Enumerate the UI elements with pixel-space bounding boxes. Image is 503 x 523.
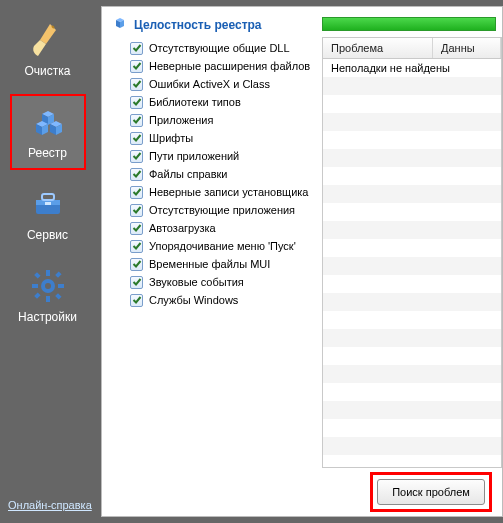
sidebar: Очистка Реестр Сервис	[0, 0, 95, 523]
svg-rect-16	[32, 284, 38, 288]
nav-label: Сервис	[27, 228, 68, 242]
svg-rect-21	[34, 292, 40, 298]
registry-cubes-icon	[28, 102, 68, 142]
scan-button[interactable]: Поиск проблем	[377, 479, 485, 505]
svg-rect-14	[46, 270, 50, 276]
checklist-item[interactable]: Отсутствующие приложения	[130, 201, 316, 219]
nav-item-settings[interactable]: Настройки	[10, 258, 86, 334]
checkbox-icon[interactable]	[130, 132, 143, 145]
checklist-item[interactable]: Отсутствующие общие DLL	[130, 39, 316, 57]
checklist-item[interactable]: Приложения	[130, 111, 316, 129]
checklist-label: Временные файлы MUI	[149, 258, 270, 270]
checklist-item[interactable]: Шрифты	[130, 129, 316, 147]
main-panel: Целостность реестра Отсутствующие общие …	[101, 6, 503, 517]
nav-label: Реестр	[28, 146, 67, 160]
checklist-label: Звуковые события	[149, 276, 244, 288]
checkbox-icon[interactable]	[130, 186, 143, 199]
svg-rect-18	[34, 272, 40, 278]
broom-icon	[28, 20, 68, 60]
progress-bar	[322, 17, 496, 31]
checkbox-icon[interactable]	[130, 204, 143, 217]
col-data[interactable]: Данны	[433, 38, 501, 58]
checklist-item[interactable]: Звуковые события	[130, 273, 316, 291]
checkbox-icon[interactable]	[130, 78, 143, 91]
section-icon	[112, 17, 128, 33]
checklist-label: Неверные расширения файлов	[149, 60, 310, 72]
checkbox-icon[interactable]	[130, 168, 143, 181]
checklist-item[interactable]: Ошибки ActiveX и Class	[130, 75, 316, 93]
checklist-label: Пути приложений	[149, 150, 239, 162]
nav-label: Настройки	[18, 310, 77, 324]
nav-label: Очистка	[25, 64, 71, 78]
svg-point-22	[45, 283, 51, 289]
checklist-label: Ошибки ActiveX и Class	[149, 78, 270, 90]
svg-rect-17	[58, 284, 64, 288]
toolbox-icon	[28, 184, 68, 224]
checklist-label: Шрифты	[149, 132, 193, 144]
checklist-label: Приложения	[149, 114, 213, 126]
checkbox-icon[interactable]	[130, 114, 143, 127]
checklist: Отсутствующие общие DLLНеверные расширен…	[130, 39, 316, 309]
checklist-label: Неверные записи установщика	[149, 186, 308, 198]
svg-rect-19	[55, 293, 61, 299]
checklist-item[interactable]: Автозагрузка	[130, 219, 316, 237]
table-row[interactable]: Неполадки не найдены	[323, 59, 501, 77]
checklist-item[interactable]: Временные файлы MUI	[130, 255, 316, 273]
checklist-item[interactable]: Неверные расширения файлов	[130, 57, 316, 75]
svg-rect-20	[55, 271, 61, 277]
checkbox-icon[interactable]	[130, 150, 143, 163]
results-body: Неполадки не найдены	[323, 59, 501, 467]
checklist-label: Библиотеки типов	[149, 96, 241, 108]
results-table: Проблема Данны Неполадки не найдены	[322, 37, 502, 468]
checkbox-icon[interactable]	[130, 42, 143, 55]
checklist-item[interactable]: Файлы справки	[130, 165, 316, 183]
svg-rect-11	[42, 194, 54, 200]
checklist-item[interactable]: Службы Windows	[130, 291, 316, 309]
svg-rect-15	[46, 296, 50, 302]
nav-item-tools[interactable]: Сервис	[10, 176, 86, 252]
svg-rect-12	[45, 202, 51, 205]
online-help-link[interactable]: Онлайн-справка	[8, 499, 92, 511]
checklist-label: Упорядочивание меню 'Пуск'	[149, 240, 296, 252]
checkbox-icon[interactable]	[130, 222, 143, 235]
checkbox-icon[interactable]	[130, 276, 143, 289]
highlight-box: Поиск проблем	[370, 472, 492, 512]
cell-problem: Неполадки не найдены	[323, 62, 458, 74]
checklist-label: Отсутствующие приложения	[149, 204, 295, 216]
checklist-item[interactable]: Неверные записи установщика	[130, 183, 316, 201]
checklist-item[interactable]: Библиотеки типов	[130, 93, 316, 111]
footer: Поиск проблем	[102, 468, 502, 516]
checkbox-icon[interactable]	[130, 258, 143, 271]
checklist-label: Службы Windows	[149, 294, 238, 306]
checkbox-icon[interactable]	[130, 294, 143, 307]
gear-icon	[28, 266, 68, 306]
checklist-label: Отсутствующие общие DLL	[149, 42, 290, 54]
checklist-item[interactable]: Упорядочивание меню 'Пуск'	[130, 237, 316, 255]
nav-item-cleaner[interactable]: Очистка	[10, 12, 86, 88]
checklist-label: Автозагрузка	[149, 222, 216, 234]
checklist-label: Файлы справки	[149, 168, 228, 180]
checkbox-icon[interactable]	[130, 60, 143, 73]
nav-item-registry[interactable]: Реестр	[10, 94, 86, 170]
checklist-item[interactable]: Пути приложений	[130, 147, 316, 165]
section-title: Целостность реестра	[134, 18, 262, 32]
checklist-pane: Целостность реестра Отсутствующие общие …	[102, 7, 322, 468]
col-problem[interactable]: Проблема	[323, 38, 433, 58]
checkbox-icon[interactable]	[130, 96, 143, 109]
results-header: Проблема Данны	[323, 38, 501, 59]
checkbox-icon[interactable]	[130, 240, 143, 253]
